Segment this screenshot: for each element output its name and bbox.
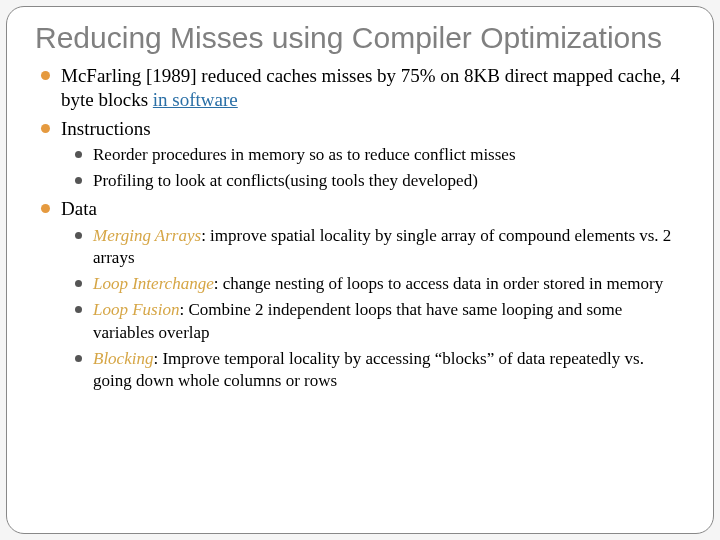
- bullet-text: Instructions: [61, 118, 151, 139]
- term-text: Merging Arrays: [93, 226, 201, 245]
- term-text: Blocking: [93, 349, 153, 368]
- sub-item: Loop Fusion: Combine 2 independent loops…: [71, 299, 685, 343]
- sub-text: : Improve temporal locality by accessing…: [93, 349, 644, 390]
- sub-text: Reorder procedures in memory so as to re…: [93, 145, 516, 164]
- bullet-item: Instructions Reorder procedures in memor…: [35, 117, 685, 193]
- sub-item: Profiling to look at conflicts(using too…: [71, 170, 685, 192]
- slide: Reducing Misses using Compiler Optimizat…: [6, 6, 714, 534]
- term-text: Loop Interchange: [93, 274, 214, 293]
- sub-item: Reorder procedures in memory so as to re…: [71, 144, 685, 166]
- sub-text: : change nesting of loops to access data…: [214, 274, 663, 293]
- bullet-text: Data: [61, 198, 97, 219]
- term-text: Loop Fusion: [93, 300, 179, 319]
- sub-list: Reorder procedures in memory so as to re…: [61, 144, 685, 192]
- link-text[interactable]: in software: [153, 89, 238, 110]
- bullet-list: McFarling [1989] reduced caches misses b…: [35, 64, 685, 392]
- sub-text: Profiling to look at conflicts(using too…: [93, 171, 478, 190]
- slide-title: Reducing Misses using Compiler Optimizat…: [35, 21, 685, 54]
- bullet-item: McFarling [1989] reduced caches misses b…: [35, 64, 685, 112]
- sub-item: Loop Interchange: change nesting of loop…: [71, 273, 685, 295]
- sub-item: Merging Arrays: improve spatial locality…: [71, 225, 685, 269]
- bullet-item: Data Merging Arrays: improve spatial loc…: [35, 197, 685, 391]
- sub-item: Blocking: Improve temporal locality by a…: [71, 348, 685, 392]
- sub-list: Merging Arrays: improve spatial locality…: [61, 225, 685, 392]
